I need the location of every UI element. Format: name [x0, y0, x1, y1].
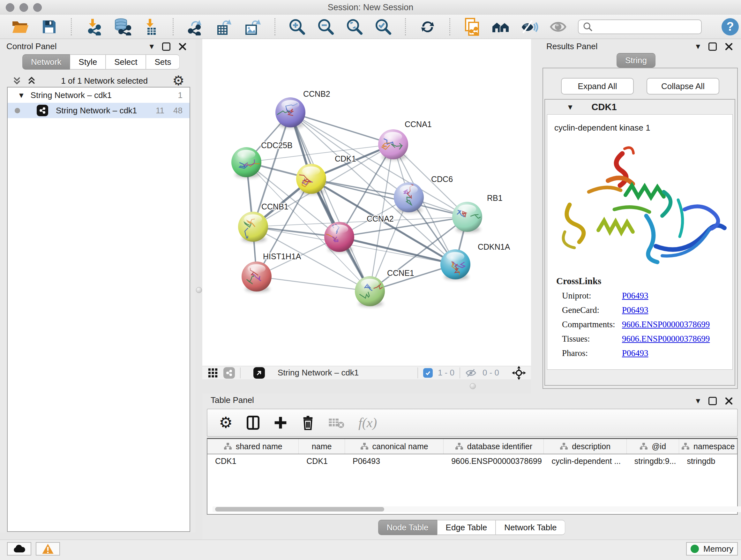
control-panel-menu-icon[interactable]: ▾ [149, 42, 154, 51]
column-header-namespace[interactable]: namespace [679, 439, 737, 454]
table-cell[interactable]: CDK1 [299, 454, 345, 468]
delete-column-icon[interactable] [301, 415, 314, 430]
titlebar: Session: New Session [0, 0, 741, 15]
crosslink-link[interactable]: P06493 [622, 305, 649, 315]
network-row[interactable]: String Network – cdk1 11 48 [8, 103, 190, 118]
table-panel-menu-icon[interactable]: ▾ [696, 396, 700, 405]
network-node-HIST1H1A[interactable]: HIST1H1A [242, 252, 301, 292]
table-cell[interactable]: CDK1 [207, 454, 299, 468]
network-node-CDKN1A[interactable]: CDKN1A [441, 242, 510, 280]
column-header-@id[interactable]: @id [627, 439, 679, 454]
network-node-CCNE1[interactable]: CCNE1 [355, 268, 414, 307]
tab-string[interactable]: String [616, 53, 656, 68]
column-header-description[interactable]: description [544, 439, 626, 454]
zoom-out-button[interactable] [317, 18, 335, 36]
results-panel-menu-icon[interactable]: ▾ [696, 42, 700, 51]
network-node-CCNB1[interactable]: CCNB1 [238, 202, 288, 242]
tab-style[interactable]: Style [70, 54, 106, 70]
bottom-splitter-handle[interactable] [470, 383, 476, 389]
column-header-canonical-name[interactable]: canonical name [345, 439, 444, 454]
selected-indicator-checkbox[interactable] [423, 368, 433, 378]
tab-sets[interactable]: Sets [146, 54, 180, 70]
horizontal-scrollbar[interactable] [212, 506, 741, 512]
tab-network[interactable]: Network [22, 54, 70, 70]
expand-all-icon[interactable] [27, 76, 37, 85]
network-collection-row[interactable]: ▾ String Network – cdk1 1 [8, 87, 190, 103]
memory-button[interactable]: Memory [686, 542, 738, 556]
tab-network-table[interactable]: Network Table [495, 520, 565, 535]
show-all-button[interactable] [549, 18, 567, 36]
zoom-selected-button[interactable] [374, 18, 392, 36]
add-column-icon[interactable] [273, 416, 287, 430]
table-cell[interactable]: cyclin-dependent ... [544, 454, 626, 468]
first-neighbors-button[interactable] [492, 18, 510, 36]
left-splitter-handle[interactable] [196, 287, 202, 293]
export-network-button[interactable] [186, 18, 204, 36]
network-badge-icon[interactable] [223, 367, 235, 379]
table-options-gear-icon[interactable]: ⚙ [219, 415, 232, 430]
column-label: @id [652, 442, 666, 451]
hide-selected-button[interactable] [521, 18, 538, 36]
tab-edge-table[interactable]: Edge Table [437, 520, 496, 535]
column-header-database-identifier[interactable]: database identifier [444, 439, 544, 454]
expand-all-button[interactable]: Expand All [561, 78, 634, 95]
eye-icon [549, 19, 567, 34]
network-node-CCNA1[interactable]: CCNA1 [378, 120, 432, 160]
column-header-shared-name[interactable]: shared name [207, 439, 299, 454]
two-houses-icon [492, 19, 510, 35]
cloud-status-button[interactable] [7, 542, 31, 556]
gene-expand-icon[interactable]: ▾ [568, 103, 572, 111]
tab-node-table[interactable]: Node Table [378, 520, 437, 535]
collection-expand-icon[interactable]: ▾ [19, 91, 23, 100]
collapse-all-button[interactable]: Collapse All [647, 78, 719, 95]
crosslink-link[interactable]: P06493 [622, 348, 649, 358]
table-cell[interactable]: stringdb:9... [627, 454, 679, 468]
export-table-icon [215, 18, 232, 36]
help-button[interactable]: ? [722, 18, 739, 36]
grid-view-icon[interactable] [207, 368, 218, 378]
table-cell[interactable]: stringdb [679, 454, 737, 468]
results-panel-close-icon[interactable] [725, 43, 733, 51]
table-panel-float-icon[interactable] [709, 397, 717, 405]
table-row[interactable]: CDK1CDK1P064939606.ENSP00000378699cyclin… [207, 454, 737, 468]
results-panel-float-icon[interactable] [709, 43, 717, 51]
table-panel-close-icon[interactable] [725, 397, 733, 405]
import-network-from-database-button[interactable] [113, 18, 131, 36]
warnings-button[interactable] [36, 542, 60, 556]
warning-icon [42, 543, 54, 554]
control-panel-float-icon[interactable] [162, 43, 171, 51]
detach-view-button[interactable] [253, 367, 265, 379]
search-input[interactable] [593, 22, 697, 32]
column-header-name[interactable]: name [299, 439, 345, 454]
scrollbar-thumb[interactable] [215, 507, 384, 511]
open-session-button[interactable] [11, 18, 29, 36]
import-table-button[interactable] [142, 18, 160, 36]
function-builder-icon[interactable]: f(x) [358, 415, 377, 430]
delete-table-icon[interactable] [328, 417, 344, 429]
export-table-button[interactable] [215, 18, 233, 36]
birdseye-navigator-icon[interactable] [512, 366, 526, 380]
table-cell[interactable]: 9606.ENSP00000378699 [444, 454, 544, 468]
import-network-button[interactable] [84, 18, 103, 36]
show-columns-icon[interactable] [247, 416, 259, 430]
control-panel-close-icon[interactable] [179, 43, 186, 51]
save-session-button[interactable] [40, 18, 58, 36]
table-cell[interactable]: P06493 [345, 454, 444, 468]
gene-section-header[interactable]: ▾ CDK1 [545, 100, 735, 114]
export-image-button[interactable] [244, 18, 262, 36]
crosslink-link[interactable]: 9606.ENSP00000378699 [622, 334, 710, 344]
network-canvas[interactable]: CCNB2CCNA1CDC25BCDK1CDC6RB1CCNB1CCNA2CDK… [202, 39, 531, 366]
open-folder-icon [12, 19, 29, 34]
network-options-gear-icon[interactable]: ⚙ [172, 74, 185, 87]
apply-layout-button[interactable] [419, 18, 436, 36]
crosslink-link[interactable]: 9606.ENSP00000378699 [622, 320, 710, 329]
hidden-eye-icon[interactable] [465, 368, 477, 377]
clone-network-button[interactable] [463, 18, 481, 36]
node-label: CDC6 [431, 175, 453, 184]
network-node-RB1[interactable]: RB1 [452, 193, 502, 233]
zoom-fit-button[interactable] [346, 18, 363, 36]
crosslink-link[interactable]: P06493 [622, 291, 649, 301]
tab-select[interactable]: Select [106, 54, 146, 70]
zoom-in-button[interactable] [288, 18, 306, 36]
collapse-all-icon[interactable] [12, 76, 22, 85]
